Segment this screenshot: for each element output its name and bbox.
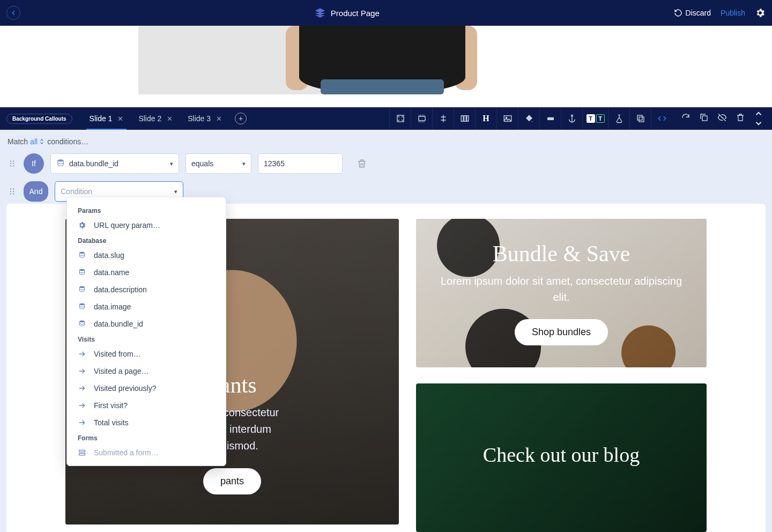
tool-duplicate-icon[interactable] <box>629 107 651 130</box>
svg-point-23 <box>13 191 14 192</box>
database-icon <box>78 285 87 294</box>
app-header: Product Page Discard Publish <box>0 0 772 26</box>
dropdown-item[interactable]: data.slug <box>67 247 226 264</box>
tool-columns-icon[interactable] <box>454 107 475 130</box>
tool-code-icon[interactable] <box>651 107 672 130</box>
tool-anchor-icon[interactable] <box>561 107 582 130</box>
tool-paint-icon[interactable] <box>518 107 539 130</box>
svg-rect-10 <box>637 115 642 120</box>
svg-point-16 <box>13 163 14 164</box>
dropdown-item[interactable]: First visit? <box>67 397 226 414</box>
dropdown-item-label: data.image <box>94 302 131 311</box>
svg-point-12 <box>10 160 11 161</box>
add-slide-button[interactable]: + <box>235 113 247 124</box>
close-icon[interactable]: ✕ <box>117 115 123 123</box>
close-icon[interactable]: ✕ <box>167 115 173 123</box>
close-icon[interactable]: ✕ <box>216 115 222 123</box>
drag-handle-icon[interactable] <box>8 187 17 196</box>
discard-button[interactable]: Discard <box>674 9 711 17</box>
delete-icon[interactable] <box>736 113 745 124</box>
condition-comparator-value: equals <box>191 159 213 168</box>
dropdown-item[interactable]: data.image <box>67 298 226 315</box>
condition-value-input[interactable]: 12365 <box>258 153 343 174</box>
database-icon <box>56 159 65 169</box>
dropdown-item[interactable]: data.name <box>67 264 226 281</box>
drag-handle-icon[interactable] <box>8 159 17 168</box>
arrow-right-icon <box>78 418 87 427</box>
back-button[interactable] <box>6 6 20 20</box>
dropdown-item[interactable]: data.description <box>67 281 226 298</box>
dropdown-group-header: Database <box>67 234 226 247</box>
page-title: Product Page <box>331 9 380 18</box>
match-row: Match all conditions… <box>8 137 764 146</box>
dropdown-group-header: Params <box>67 204 226 217</box>
svg-point-27 <box>79 286 84 288</box>
tab-slide-2[interactable]: Slide 2 ✕ <box>131 107 180 130</box>
svg-point-18 <box>58 159 64 161</box>
condition-comparator-select[interactable]: equals ▾ <box>185 153 251 174</box>
tool-button-icon[interactable] <box>539 107 561 130</box>
condition-dropdown[interactable]: Params URL query param… Database data.sl… <box>66 197 226 466</box>
tool-align-icon[interactable] <box>432 107 454 130</box>
dropdown-item[interactable]: Visited previously? <box>67 380 226 397</box>
match-prefix: Match <box>8 137 28 146</box>
condition-field-select[interactable]: data.bundle_id ▾ <box>50 153 179 174</box>
dropdown-item[interactable]: Visited a page… <box>67 363 226 380</box>
dropdown-item-label: data.description <box>94 285 147 294</box>
chevron-down-icon: ▾ <box>242 160 246 167</box>
expand-toggle[interactable] <box>754 109 763 128</box>
card-title: Check out our blog <box>483 443 640 467</box>
toolbar-right <box>672 109 772 128</box>
dropdown-item-label: Visited previously? <box>94 384 156 393</box>
dropdown-item[interactable]: Submitted a form… <box>67 444 226 461</box>
section-badge[interactable]: Background Callouts <box>6 114 72 124</box>
svg-point-22 <box>13 188 14 189</box>
dropdown-item[interactable]: Total visits <box>67 414 226 431</box>
condition-field-value: data.bundle_id <box>69 159 118 168</box>
tab-slide-3[interactable]: Slide 3 ✕ <box>180 107 229 130</box>
refresh-icon[interactable] <box>681 113 691 124</box>
dropdown-item[interactable]: URL query param… <box>67 217 226 234</box>
arrow-right-icon <box>78 384 87 393</box>
card-blog[interactable]: Check out our blog <box>416 383 707 532</box>
svg-rect-2 <box>461 116 463 122</box>
tab-slide-1[interactable]: Slide 1 ✕ <box>82 107 131 130</box>
svg-rect-9 <box>639 117 644 122</box>
database-icon <box>78 320 87 328</box>
dropdown-item[interactable]: data.bundle_id <box>67 315 226 332</box>
tool-image-icon[interactable] <box>496 107 518 130</box>
svg-rect-4 <box>466 116 468 122</box>
match-mode-selector[interactable]: all <box>30 137 45 146</box>
svg-rect-11 <box>702 116 707 121</box>
database-icon <box>78 302 87 311</box>
card-button[interactable]: pants <box>203 468 261 494</box>
chevron-down-icon: ▾ <box>170 160 173 167</box>
svg-point-29 <box>79 321 84 322</box>
visibility-off-icon[interactable] <box>717 113 727 124</box>
conditions-builder: Match all conditions… If data.bundle_id … <box>0 130 772 206</box>
delete-row-icon[interactable] <box>357 158 367 169</box>
condition-placeholder: Condition <box>61 187 92 196</box>
dropdown-item-label: Total visits <box>94 418 129 427</box>
svg-point-25 <box>79 252 84 254</box>
publish-button[interactable]: Publish <box>721 9 745 17</box>
tool-text-variants-icon[interactable]: T T <box>582 107 608 130</box>
tool-heading-icon[interactable]: H <box>475 107 496 130</box>
settings-icon[interactable] <box>755 8 766 18</box>
card-button[interactable]: Shop bundles <box>515 319 608 345</box>
tool-experiment-icon[interactable] <box>608 107 629 130</box>
slide-tabs: Slide 1 ✕ Slide 2 ✕ Slide 3 ✕ + <box>82 107 247 130</box>
condition-value-text: 12365 <box>264 159 285 168</box>
layers-icon <box>315 8 325 18</box>
copy-icon[interactable] <box>699 113 709 124</box>
svg-point-24 <box>13 193 14 194</box>
card-bundle[interactable]: Bundle & Save Lorem ipsum dolor sit amet… <box>416 219 707 367</box>
svg-rect-1 <box>419 116 425 121</box>
dropdown-item[interactable]: Visited from… <box>67 345 226 363</box>
tool-section-icon[interactable] <box>411 107 432 130</box>
dropdown-item-label: data.bundle_id <box>94 320 143 328</box>
svg-rect-31 <box>79 453 85 455</box>
svg-point-21 <box>10 193 11 194</box>
gear-icon <box>78 221 87 230</box>
tool-fit-icon[interactable] <box>389 107 411 130</box>
